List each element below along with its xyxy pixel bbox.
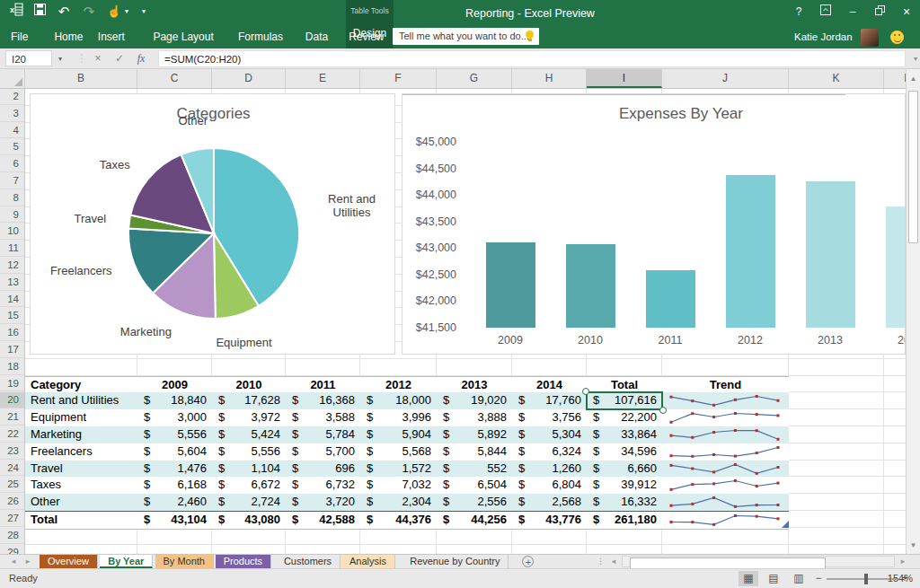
ribbon-tab-data[interactable]: Data <box>302 26 332 48</box>
vertical-scroll-thumb[interactable] <box>908 91 918 243</box>
table-cell[interactable]: $3,000 <box>137 409 212 426</box>
restore-icon[interactable] <box>868 4 891 20</box>
page-layout-view-button[interactable]: ▤ <box>764 571 783 586</box>
row-header-6[interactable]: 6 <box>0 156 24 172</box>
category-cell[interactable]: Travel <box>25 461 137 478</box>
tab-scroll-splitter[interactable]: ⋮ <box>597 557 606 566</box>
sheet-nav-next-icon[interactable]: ▸ <box>22 555 34 568</box>
row-header-26[interactable]: 26 <box>0 494 24 510</box>
table-cell[interactable]: $5,604 <box>137 443 212 461</box>
row-header-12[interactable]: 12 <box>0 258 24 274</box>
undo-button[interactable]: ↶ <box>54 3 74 21</box>
table-cell[interactable]: $22,200 <box>587 409 662 426</box>
name-box[interactable]: I20 <box>5 50 52 66</box>
close-icon[interactable]: × <box>895 4 918 20</box>
column-header-E[interactable]: E <box>286 69 360 88</box>
row-header-18[interactable]: 18 <box>0 359 24 375</box>
table-cell[interactable]: $261,180 <box>587 512 662 529</box>
scroll-down-icon[interactable]: ▾ <box>907 538 920 552</box>
selected-cell-outline[interactable] <box>586 391 663 410</box>
ribbon-tab-insert[interactable]: Insert <box>94 26 128 48</box>
column-header-D[interactable]: D <box>212 69 286 88</box>
table-cell[interactable]: $17,760 <box>512 392 587 409</box>
page-break-preview-button[interactable]: ▥ <box>789 571 809 586</box>
category-cell[interactable]: Other <box>25 494 137 511</box>
trend-sparkline[interactable] <box>662 409 789 426</box>
row-header-5[interactable]: 5 <box>0 139 24 155</box>
table-header-2013[interactable]: 2013 <box>437 377 512 394</box>
row-header-15[interactable]: 15 <box>0 308 24 324</box>
table-header-2012[interactable]: 2012 <box>360 377 437 394</box>
horizontal-scrollbar[interactable] <box>622 556 895 567</box>
row-header-28[interactable]: 28 <box>0 528 24 544</box>
table-cell[interactable]: $44,376 <box>360 512 437 529</box>
name-box-dropdown-icon[interactable]: ▾ <box>52 50 68 67</box>
redo-button[interactable]: ↷ <box>79 3 99 21</box>
ribbon-display-options-icon[interactable] <box>814 4 837 20</box>
table-cell[interactable]: $5,784 <box>286 426 360 443</box>
table-cell[interactable]: $3,996 <box>360 409 437 426</box>
table-cell[interactable]: $2,724 <box>212 494 286 511</box>
row-header-17[interactable]: 17 <box>0 342 24 358</box>
row-header-27[interactable]: 27 <box>0 511 24 527</box>
category-cell[interactable]: Taxes <box>25 477 137 494</box>
column-header-J[interactable]: J <box>662 69 789 88</box>
column-header-K[interactable]: K <box>789 69 884 88</box>
column-header-C[interactable]: C <box>137 69 212 88</box>
row-header-3[interactable]: 3 <box>0 106 24 122</box>
tell-me-box[interactable]: Tell me what you want to do... <box>393 28 539 45</box>
table-cell[interactable]: $1,572 <box>360 461 437 478</box>
table-cell[interactable]: $43,104 <box>137 512 212 529</box>
new-sheet-button[interactable]: + <box>522 556 534 567</box>
sheet-grid[interactable]: CategoriesRent and UtilitiesEquipmentMar… <box>25 89 906 554</box>
column-header-F[interactable]: F <box>360 69 437 88</box>
table-cell[interactable]: $6,804 <box>512 477 587 494</box>
feedback-smiley-icon[interactable] <box>890 31 904 44</box>
row-header-22[interactable]: 22 <box>0 426 24 443</box>
category-cell[interactable]: Freelancers <box>25 443 137 461</box>
row-header-4[interactable]: 4 <box>0 123 24 139</box>
vertical-scrollbar[interactable]: ▴ ▾ <box>906 69 920 554</box>
row-header-25[interactable]: 25 <box>0 477 24 493</box>
scroll-up-icon[interactable]: ▴ <box>907 71 920 85</box>
sheet-tab-products[interactable]: Products <box>216 555 271 568</box>
table-cell[interactable]: $6,324 <box>512 443 587 461</box>
table-cell[interactable]: $3,720 <box>286 494 360 511</box>
trend-sparkline[interactable] <box>662 512 789 529</box>
touch-mode-dropdown-icon[interactable]: ▾ <box>122 3 131 21</box>
sheet-tab-revenue-by-country[interactable]: Revenue by Country <box>402 555 509 568</box>
column-header-B[interactable]: B <box>25 69 137 88</box>
ribbon-tab-page-layout[interactable]: Page Layout <box>149 26 217 48</box>
excel-logo-icon[interactable]: x <box>7 3 25 21</box>
ribbon-tab-file[interactable]: File <box>7 26 31 48</box>
table-cell[interactable]: $33,864 <box>587 426 662 443</box>
table-cell[interactable]: $1,476 <box>137 461 212 478</box>
table-cell[interactable]: $39,912 <box>587 477 662 494</box>
row-header-13[interactable]: 13 <box>0 275 24 291</box>
table-cell[interactable]: $6,732 <box>286 477 360 494</box>
table-cell[interactable]: $3,972 <box>212 409 286 426</box>
table-header-2009[interactable]: 2009 <box>137 377 212 394</box>
table-cell[interactable]: $1,104 <box>212 461 286 478</box>
table-cell[interactable]: $2,460 <box>137 494 212 511</box>
minimize-icon[interactable]: – <box>841 4 864 20</box>
row-header-21[interactable]: 21 <box>0 409 24 426</box>
table-cell[interactable]: $3,888 <box>437 409 512 426</box>
touch-mouse-mode-button[interactable]: ☝ <box>106 3 122 21</box>
insert-function-icon[interactable]: fx <box>133 50 149 67</box>
save-button[interactable] <box>31 3 49 21</box>
table-cell[interactable]: $552 <box>437 461 512 478</box>
table-cell[interactable]: $6,504 <box>437 477 512 494</box>
ribbon-tab-home[interactable]: Home <box>50 26 86 48</box>
table-cell[interactable]: $5,556 <box>137 426 212 443</box>
column-header-G[interactable]: G <box>437 69 512 88</box>
enter-formula-icon[interactable]: ✓ <box>111 50 128 67</box>
table-header-category[interactable]: Category <box>25 377 137 394</box>
table-cell[interactable]: $3,756 <box>512 409 587 426</box>
category-cell[interactable]: Marketing <box>25 426 137 443</box>
row-header-24[interactable]: 24 <box>0 461 24 477</box>
table-cell[interactable]: $19,020 <box>437 392 512 409</box>
account-menu[interactable]: Katie Jordan <box>794 28 904 47</box>
table-cell[interactable]: $1,260 <box>512 461 587 478</box>
table-cell[interactable]: $16,368 <box>286 392 360 409</box>
